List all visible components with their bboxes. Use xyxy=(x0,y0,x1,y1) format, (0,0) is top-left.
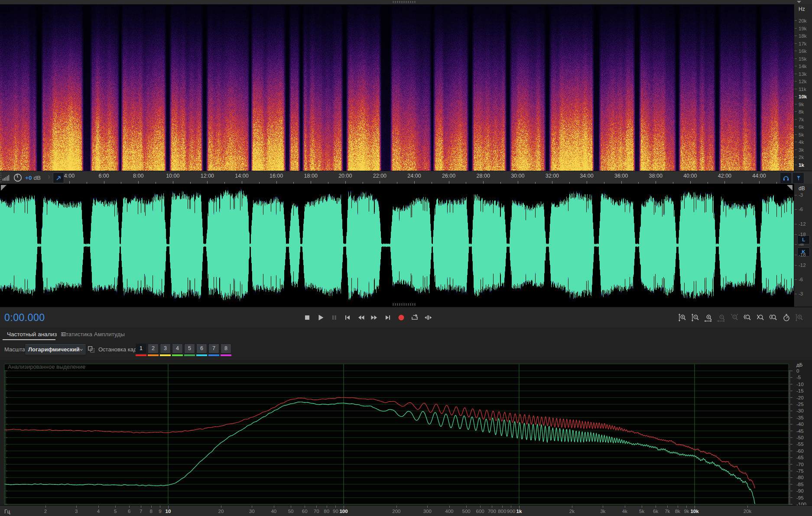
timed-record-button[interactable] xyxy=(782,313,791,322)
frequency-tick xyxy=(795,111,797,112)
zoom-to-selection-button[interactable] xyxy=(769,313,778,322)
chevron-down-icon xyxy=(80,348,83,351)
zoom-reset-button[interactable] xyxy=(730,313,739,322)
zoom-in-horizontal-button[interactable] xyxy=(704,313,713,322)
panel-menu-caret-icon[interactable] xyxy=(797,1,801,3)
plot-frequency-tick xyxy=(449,506,450,508)
transport-stop-button[interactable] xyxy=(302,313,312,322)
plot-frequency-tick xyxy=(316,506,317,508)
plot-frequency-tick xyxy=(492,506,492,508)
gain-value[interactable]: +0 xyxy=(25,175,32,181)
frequency-tick xyxy=(795,149,797,150)
tab-amplitude-statistics[interactable]: Статистика Амплитуды xyxy=(62,328,125,341)
plot-frequency-axis: Гц 2345678910203040506070809010020030040… xyxy=(0,505,812,516)
frequency-tick xyxy=(795,58,797,59)
pin-playhead-button[interactable] xyxy=(53,172,64,183)
frequency-tick xyxy=(795,157,797,157)
plot-canvas[interactable] xyxy=(0,360,812,505)
transport-loop-playback-button[interactable] xyxy=(410,313,419,322)
amplitude-tick xyxy=(795,279,797,280)
transport-bar: 0:00.000 xyxy=(0,307,812,328)
plot-frequency-tick xyxy=(98,506,99,508)
transport-skip-to-start-button[interactable] xyxy=(343,313,352,322)
scale-select-value: Логарифмический xyxy=(28,346,80,353)
gain-knob-icon[interactable] xyxy=(13,173,23,182)
plot-frequency-label: 700 xyxy=(488,509,496,514)
timeline-ruler[interactable]: 00 +0 dB 4:006:008:0010:0012:0014:0016:0… xyxy=(0,171,812,185)
waveform-amplitude-ruler: dB L K -3-6-12-18-∞-18-12-6-3 xyxy=(794,184,812,307)
plot-frequency-label: 8 xyxy=(150,509,153,514)
divider-drag-handle[interactable] xyxy=(392,303,416,305)
amplitude-scale-label: -6 xyxy=(799,277,803,282)
frame-hold-color-strip xyxy=(221,354,231,356)
transport-pause-button[interactable] xyxy=(329,313,338,322)
transport-rewind-button[interactable] xyxy=(356,313,365,322)
frequency-scale-label: 17k xyxy=(799,41,807,46)
zoom-amplitude-button[interactable] xyxy=(795,313,804,322)
tab-frequency-analysis[interactable]: Частотный анализ xyxy=(7,328,66,341)
plot-db-label: -30 xyxy=(796,408,804,413)
zoom-out-vertical-button[interactable] xyxy=(691,313,700,322)
amplitude-tick xyxy=(795,244,797,245)
plot-frequency-tick xyxy=(502,506,503,508)
waveform-corner-handle-left[interactable] xyxy=(1,185,6,191)
plot-frequency-tick xyxy=(519,506,520,509)
frame-hold-button-5[interactable]: 5 xyxy=(184,344,195,356)
frame-hold-button-8[interactable]: 8 xyxy=(221,344,231,356)
frame-hold-button-1[interactable]: 1 xyxy=(136,344,146,356)
zoom-toolbar xyxy=(678,313,804,322)
amplitude-tick xyxy=(795,255,797,255)
frequency-scale-label: 4k xyxy=(799,140,804,145)
frequency-scale-label: 9k xyxy=(799,102,804,107)
level-meter-icon[interactable] xyxy=(2,173,10,182)
frame-hold-buttons: 12345678 xyxy=(136,344,231,356)
plot-db-label: -40 xyxy=(796,422,804,427)
transport-play-button[interactable] xyxy=(316,313,325,322)
plot-db-label: -55 xyxy=(796,441,804,447)
waveform-display[interactable] xyxy=(0,184,794,307)
frame-hold-button-2[interactable]: 2 xyxy=(148,344,159,356)
plot-frequency-label: 3 xyxy=(75,509,78,514)
transport-fast-forward-button[interactable] xyxy=(370,313,379,322)
frame-hold-button-6[interactable]: 6 xyxy=(196,344,207,356)
transport-record-button[interactable] xyxy=(396,313,406,322)
timeline-time-label: 8:00 xyxy=(133,173,143,179)
headphones-monitor-button[interactable] xyxy=(780,172,792,184)
transport-adjust-selection-button[interactable] xyxy=(423,313,432,322)
copy-frame-button[interactable] xyxy=(87,345,95,354)
active-tab-underline xyxy=(3,339,55,340)
waveform-corner-handle-right[interactable] xyxy=(787,185,793,191)
plot-frequency-label: 60 xyxy=(302,509,308,514)
panel-drag-handle[interactable] xyxy=(392,1,416,3)
playhead-time-display[interactable]: 0:00.000 xyxy=(4,312,45,324)
frequency-analysis-plot[interactable]: Анализированное выделение дБ 0-5-10-15-2… xyxy=(0,360,812,505)
frame-hold-button-4[interactable]: 4 xyxy=(172,344,183,356)
plot-frequency-tick xyxy=(511,506,511,508)
plot-db-label: -5 xyxy=(796,375,801,380)
amplitude-scale-label: -6 xyxy=(799,207,803,212)
frame-hold-button-3[interactable]: 3 xyxy=(160,344,171,356)
plot-frequency-tick xyxy=(274,506,274,508)
transport-skip-to-end-button[interactable] xyxy=(383,313,392,322)
zoom-to-out-point-button[interactable] xyxy=(756,313,765,322)
timeline-time-label: 6:00 xyxy=(98,173,109,179)
plot-frequency-label: 10 xyxy=(166,509,171,514)
plot-frequency-label: 9k xyxy=(684,509,689,514)
plot-db-label: -15 xyxy=(796,388,804,393)
plot-db-label: -80 xyxy=(796,475,804,480)
scale-select[interactable]: Логарифмический xyxy=(25,344,86,355)
plot-frequency-label: 8k xyxy=(675,509,680,514)
plot-db-label: -90 xyxy=(796,488,804,493)
frequency-tick xyxy=(795,51,797,51)
zoom-to-in-point-icon xyxy=(743,313,752,322)
marker-pin-button[interactable] xyxy=(793,172,804,184)
plot-frequency-tick xyxy=(747,506,748,508)
plot-frequency-tick xyxy=(625,506,625,508)
frame-hold-number: 4 xyxy=(172,344,183,354)
plot-frequency-label: 7k xyxy=(665,509,670,514)
spectrogram-display[interactable] xyxy=(0,4,794,171)
zoom-to-in-point-button[interactable] xyxy=(743,313,752,322)
frame-hold-button-7[interactable]: 7 xyxy=(208,344,219,356)
zoom-in-vertical-button[interactable] xyxy=(678,313,687,322)
zoom-out-horizontal-button[interactable] xyxy=(717,313,726,322)
